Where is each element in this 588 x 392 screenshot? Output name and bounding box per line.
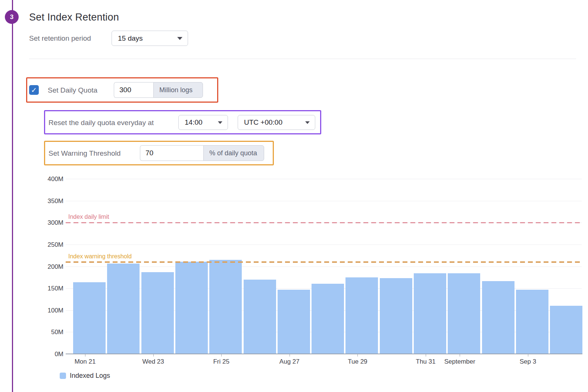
index-daily-limit-label: Index daily limit (68, 214, 109, 220)
bar-aug-23 (141, 272, 174, 354)
indexed-logs-chart: 400M350M300M250M200M150M100M50M0MMon 21W… (0, 0, 588, 392)
step-number-badge: 3 (5, 10, 19, 24)
x-axis-tick (460, 354, 460, 357)
gridline (66, 267, 582, 267)
y-axis-label: 150M (40, 285, 63, 292)
y-axis-label: 350M (40, 197, 63, 205)
gridline (66, 179, 582, 179)
x-axis-label: Fri 25 (213, 358, 229, 365)
y-axis-label: 300M (40, 219, 63, 227)
x-axis-tick (290, 354, 290, 357)
bar-sep-2 (482, 281, 514, 354)
gridline (66, 245, 582, 245)
x-axis-label: Sep 3 (520, 358, 536, 365)
x-axis-tick (357, 354, 358, 357)
x-axis-tick (221, 354, 222, 357)
y-axis-label: 250M (40, 241, 63, 249)
x-axis-tick (153, 354, 154, 357)
x-axis-line (66, 354, 582, 354)
bar-aug-24 (175, 262, 208, 354)
index-warning-threshold-line (66, 261, 582, 263)
y-axis-label: 0M (40, 351, 63, 358)
x-axis-tick (426, 354, 426, 357)
legend-item-indexed-logs[interactable]: Indexed Logs (60, 372, 110, 380)
index-daily-limit-line (66, 222, 582, 223)
x-axis-label: Wed 23 (142, 358, 164, 365)
y-axis-label: 400M (40, 175, 63, 183)
x-axis-label: Tue 29 (348, 358, 367, 365)
x-axis-label: Aug 27 (279, 358, 300, 365)
y-axis-label: 200M (40, 263, 63, 271)
bar-sep-4 (550, 306, 582, 354)
bar-aug-27 (278, 290, 310, 354)
x-axis-label: September (444, 358, 475, 365)
y-axis-label: 50M (40, 329, 63, 336)
indexed-logs-swatch-icon (60, 373, 66, 379)
bar-aug-21 (73, 282, 106, 354)
bar-aug-22 (107, 264, 140, 354)
x-axis-label: Thu 31 (416, 358, 436, 365)
index-warning-threshold-label: Index warning threshold (68, 253, 132, 260)
set-index-retention-panel: 3 Set Index Retention Set retention peri… (0, 0, 588, 392)
bar-aug-29 (345, 277, 378, 354)
gridline (66, 201, 582, 201)
x-axis-tick (85, 354, 85, 357)
bar-sep-3 (516, 290, 548, 354)
legend-label: Indexed Logs (70, 372, 110, 380)
x-axis-label: Mon 21 (75, 358, 96, 365)
x-axis-tick (528, 354, 528, 357)
bar-sep-1 (448, 273, 480, 354)
bar-aug-26 (244, 280, 276, 354)
bar-aug-30 (380, 278, 412, 354)
bar-aug-31 (414, 273, 446, 354)
bar-aug-28 (312, 284, 344, 354)
y-axis-label: 100M (40, 307, 63, 314)
bar-aug-25 (209, 260, 242, 354)
